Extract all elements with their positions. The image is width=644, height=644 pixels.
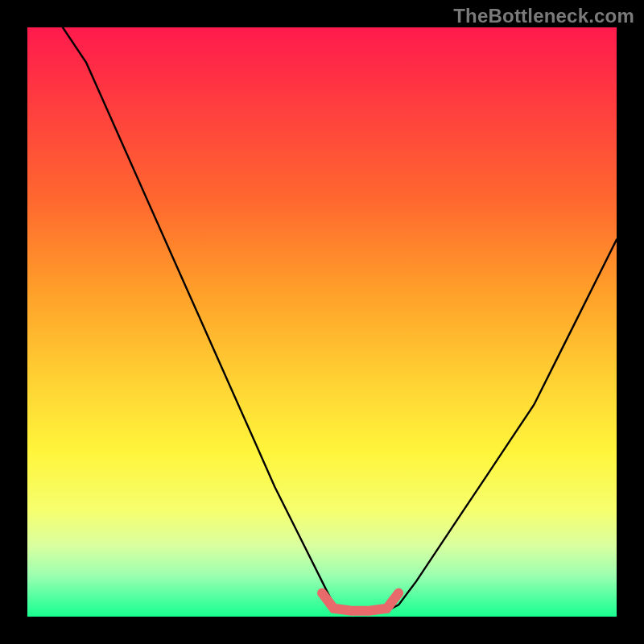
curve-layer: [27, 27, 617, 617]
watermark-text: TheBottleneck.com: [453, 5, 634, 27]
plot-area: [27, 27, 617, 617]
chart-frame: TheBottleneck.com: [0, 0, 644, 644]
black-curve: [63, 27, 617, 611]
red-bottom-segment: [322, 593, 398, 611]
